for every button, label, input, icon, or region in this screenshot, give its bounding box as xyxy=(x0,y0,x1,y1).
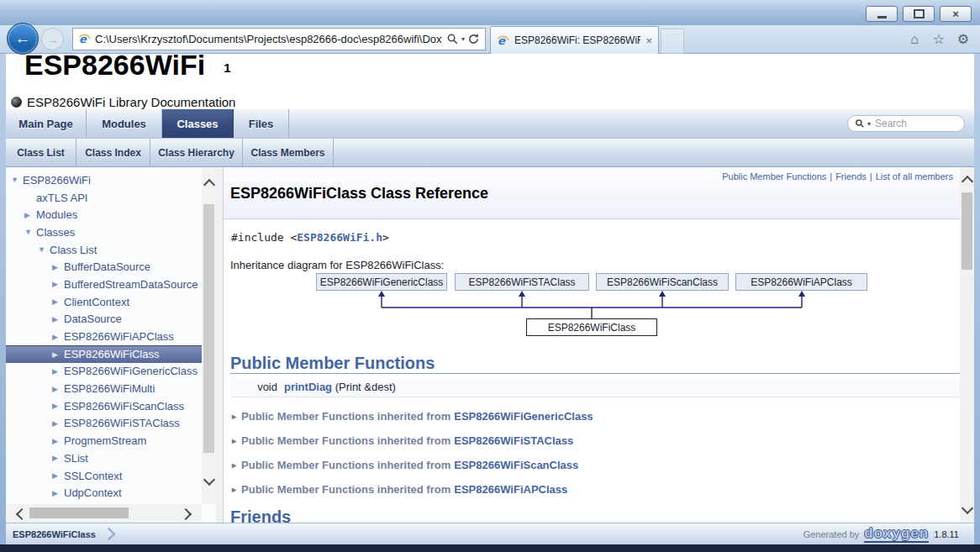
chevron-right-icon[interactable]: ▶ xyxy=(52,297,64,306)
scrollbar-thumb[interactable] xyxy=(203,204,214,453)
inherited-class-link[interactable]: ESP8266WiFiAPClass xyxy=(454,483,567,496)
chevron-right-icon[interactable]: ▶ xyxy=(52,280,64,288)
doxygen-logo[interactable]: doxygen xyxy=(864,526,929,543)
scroll-up-icon[interactable] xyxy=(962,176,973,187)
address-bar[interactable]: e C:\Users\Krzysztof\Documents\Projects\… xyxy=(72,28,486,50)
scroll-up-icon[interactable] xyxy=(203,179,215,191)
doc-search-box[interactable]: ▾ xyxy=(847,115,965,132)
sidebar-item-udpcontext[interactable]: ▶UdpContext xyxy=(6,484,202,502)
inherited-section-esp8266wifistaclass[interactable]: ▸Public Member Functions inherited from … xyxy=(232,432,573,449)
minimize-icon xyxy=(877,16,887,18)
diagram-box-esp8266wifistaclass[interactable]: ESP8266WiFiSTAClass xyxy=(455,273,589,291)
inherited-class-link[interactable]: ESP8266WiFiGenericClass xyxy=(454,410,593,423)
summary-link-list-of-all-members[interactable]: List of all members xyxy=(876,171,953,181)
inherited-section-esp8266wifiscanclass[interactable]: ▸Public Member Functions inherited from … xyxy=(232,456,578,473)
chevron-right-icon[interactable]: ▶ xyxy=(52,489,64,497)
diagram-box-esp8266wifiapclass[interactable]: ESP8266WiFiAPClass xyxy=(735,273,867,291)
chevron-right-icon[interactable]: ▶ xyxy=(52,385,64,393)
inherited-section-esp8266wifiapclass[interactable]: ▸Public Member Functions inherited from … xyxy=(232,481,567,497)
sidebar-item-esp8266wificlass[interactable]: ▶ESP8266WiFiClass xyxy=(6,345,202,363)
tab-files[interactable]: Files xyxy=(234,109,289,138)
minimize-button[interactable] xyxy=(866,6,898,22)
chevron-down-icon[interactable]: ▼ xyxy=(38,245,50,254)
chevron-right-icon[interactable]: ▶ xyxy=(24,211,36,219)
scroll-down-icon[interactable] xyxy=(962,502,973,514)
search-input[interactable] xyxy=(873,117,957,130)
sidebar-item-classes[interactable]: ▼Classes xyxy=(6,223,202,241)
search-icon[interactable] xyxy=(446,33,459,45)
sidebar-item-bufferdatasource[interactable]: ▶BufferDataSource xyxy=(6,258,202,276)
sidebar-item-esp8266wifistaclass[interactable]: ▶ESP8266WiFiSTAClass xyxy=(6,415,202,433)
home-icon[interactable]: ⌂ xyxy=(906,31,923,48)
back-button[interactable]: ← xyxy=(7,23,39,55)
member-name-link[interactable]: printDiag xyxy=(284,381,332,393)
sidebar-item-modules[interactable]: ▶Modules xyxy=(6,206,202,223)
tab-close-icon[interactable]: × xyxy=(645,34,652,47)
tab-classes[interactable]: Classes xyxy=(162,109,234,138)
sidebar-item-esp8266wifiapclass[interactable]: ▶ESP8266WiFiAPClass xyxy=(6,328,202,345)
chevron-right-icon[interactable]: ▶ xyxy=(52,367,64,376)
include-file-link[interactable]: ESP8266WiFi.h xyxy=(297,231,382,244)
chevron-right-icon[interactable]: ▶ xyxy=(52,437,64,445)
chevron-down-icon[interactable]: ▼ xyxy=(11,176,23,184)
inherited-class-link[interactable]: ESP8266WiFiSTAClass xyxy=(454,434,573,447)
forward-button[interactable]: → xyxy=(41,28,64,50)
sidebar-item-esp8266wifimulti[interactable]: ▶ESP8266WiFiMulti xyxy=(6,380,202,397)
new-tab-button[interactable] xyxy=(661,29,684,54)
breadcrumb[interactable]: ESP8266WiFiClass xyxy=(13,529,96,539)
chevron-right-icon[interactable]: ▶ xyxy=(52,419,64,428)
sidebar-item-esp8266wifiscanclass[interactable]: ▶ESP8266WiFiScanClass xyxy=(6,397,202,415)
refresh-icon[interactable] xyxy=(467,33,480,45)
sidebar-item-esp8266wifigenericclass[interactable]: ▶ESP8266WiFiGenericClass xyxy=(6,363,202,381)
scroll-left-icon[interactable] xyxy=(16,508,28,520)
sidebar-item-sslcontext[interactable]: ▶SSLContext xyxy=(6,467,202,485)
sidebar-item-esp8266wifi[interactable]: ▼ESP8266WiFi xyxy=(6,171,202,189)
search-dropdown-icon[interactable]: ▾ xyxy=(461,35,465,43)
scrollbar-thumb[interactable] xyxy=(962,192,972,270)
search-filter-caret-icon[interactable]: ▾ xyxy=(867,120,871,128)
summary-link-public-member-functions[interactable]: Public Member Functions xyxy=(722,171,826,181)
chevron-right-icon[interactable]: ▶ xyxy=(52,315,64,323)
subtab-class-index[interactable]: Class Index xyxy=(76,139,150,166)
chevron-right-icon[interactable]: ▶ xyxy=(52,402,64,410)
close-button[interactable]: × xyxy=(940,6,972,22)
sidebar-item-datasource[interactable]: ▶DataSource xyxy=(6,311,202,329)
tab-label: Files xyxy=(249,118,274,130)
chevron-right-icon[interactable]: ▶ xyxy=(52,263,64,271)
browser-tab[interactable]: e ESP8266WiFi: ESP8266WiFi... × xyxy=(490,26,659,54)
scroll-right-icon[interactable] xyxy=(180,508,192,520)
chevron-right-icon[interactable]: ▶ xyxy=(52,471,64,480)
subtab-class-hierarchy[interactable]: Class Hierarchy xyxy=(150,139,243,166)
sidebar-item-slist[interactable]: ▶SList xyxy=(6,449,202,467)
sidebar-item-axtls-api[interactable]: axTLS API xyxy=(6,189,202,207)
sidebar-item-class-list[interactable]: ▼Class List xyxy=(6,241,202,259)
restore-button[interactable] xyxy=(903,6,935,22)
scrollbar-thumb[interactable] xyxy=(29,507,129,518)
subtab-class-list[interactable]: Class List xyxy=(6,139,76,166)
sidebar-item-progmemstream[interactable]: ▶ProgmemStream xyxy=(6,432,202,449)
chevron-right-icon[interactable]: ▶ xyxy=(52,454,64,462)
splitter-handle[interactable] xyxy=(216,167,223,523)
inherited-class-link[interactable]: ESP8266WiFiScanClass xyxy=(454,459,578,471)
browser-action-icons: ⌂ ☆ ⚙ xyxy=(906,31,972,48)
summary-link-friends[interactable]: Friends xyxy=(835,171,867,181)
chevron-right-icon[interactable]: ▶ xyxy=(52,350,64,359)
settings-gear-icon[interactable]: ⚙ xyxy=(955,31,972,48)
favorites-star-icon[interactable]: ☆ xyxy=(930,31,947,48)
diagram-box-esp8266wifiscanclass[interactable]: ESP8266WiFiScanClass xyxy=(596,273,729,291)
sidebar-item-bufferedstreamdatasource[interactable]: ▶BufferedStreamDataSource xyxy=(6,276,202,293)
sidebar-item-clientcontext[interactable]: ▶ClientContext xyxy=(6,293,202,311)
sidebar-horizontal-scrollbar[interactable] xyxy=(6,504,202,523)
content-vertical-scrollbar[interactable] xyxy=(960,167,974,523)
url-text[interactable]: C:\Users\Krzysztof\Documents\Projects\es… xyxy=(95,33,442,45)
subtab-class-members[interactable]: Class Members xyxy=(243,139,334,166)
chevron-down-icon[interactable]: ▼ xyxy=(24,228,36,236)
tab-main-page[interactable]: Main Page xyxy=(6,109,87,138)
diagram-box-esp8266wifigenericclass[interactable]: ESP8266WiFiGenericClass xyxy=(316,273,447,291)
sidebar-vertical-scrollbar[interactable] xyxy=(202,167,216,504)
sidebar-item-label: ESP8266WiFiScanClass xyxy=(64,400,184,413)
scroll-down-icon[interactable] xyxy=(203,474,215,486)
inherited-section-esp8266wifigenericclass[interactable]: ▸Public Member Functions inherited from … xyxy=(232,407,593,424)
chevron-right-icon[interactable]: ▶ xyxy=(52,333,64,341)
tab-modules[interactable]: Modules xyxy=(87,109,162,138)
